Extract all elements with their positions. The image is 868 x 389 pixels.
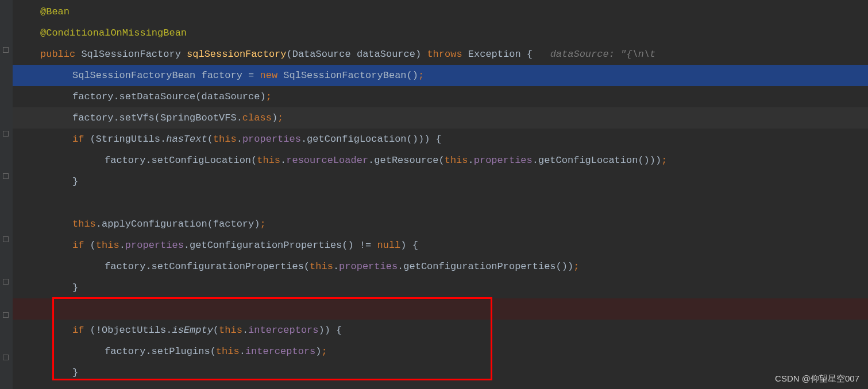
code-editor[interactable]: @Bean @ConditionalOnMissingBean public S…: [0, 0, 868, 389]
code-line[interactable]: if (!ObjectUtils.isEmpty(this.intercepto…: [13, 320, 868, 341]
field: interceptors: [245, 346, 315, 357]
keyword: if: [72, 240, 84, 251]
code-line[interactable]: @Bean: [13, 1, 868, 22]
keyword: this: [219, 325, 242, 336]
fold-icon[interactable]: [3, 47, 9, 53]
param: dataSource: [357, 49, 415, 60]
keyword: new: [260, 70, 277, 81]
keyword: class: [242, 112, 272, 123]
field: properties: [474, 155, 533, 166]
code-line[interactable]: @ConditionalOnMissingBean: [13, 22, 868, 44]
code-line[interactable]: factory.setVfs(SpringBootVFS.class);: [13, 107, 868, 129]
editor-gutter[interactable]: [0, 0, 13, 389]
method-name: sqlSessionFactory: [187, 49, 286, 60]
code-line-selected[interactable]: SqlSessionFactoryBean factory = new SqlS…: [13, 65, 868, 86]
annotation: @ConditionalOnMissingBean: [40, 28, 187, 38]
keyword: this: [96, 240, 119, 251]
type: SqlSessionFactory: [81, 49, 180, 60]
keyword: null: [377, 240, 401, 251]
keyword: if: [72, 134, 84, 145]
static-method: isEmpty: [172, 325, 213, 336]
param-hint: dataSource: "{\n\t: [533, 49, 655, 60]
code-line[interactable]: factory.setConfigLocation(this.resourceL…: [13, 150, 868, 171]
code-line[interactable]: }: [13, 277, 868, 298]
keyword: this: [445, 155, 468, 166]
keyword: throws: [427, 49, 462, 60]
fold-icon[interactable]: [3, 355, 9, 360]
code-line[interactable]: this.applyConfiguration(factory);: [13, 213, 868, 235]
code-line[interactable]: if (StringUtils.hasText(this.properties.…: [13, 129, 868, 150]
field: properties: [242, 134, 301, 145]
fold-icon[interactable]: [3, 173, 9, 179]
fold-icon[interactable]: [3, 312, 9, 318]
code-line[interactable]: factory.setPlugins(this.interceptors);: [13, 341, 868, 362]
static-method: hasText: [166, 134, 207, 145]
keyword: public: [40, 49, 75, 60]
field: resourceLoader: [286, 155, 368, 166]
code-line[interactable]: if (this.properties.getConfigurationProp…: [13, 235, 868, 256]
keyword: if: [72, 325, 84, 336]
code-line[interactable]: factory.setConfigurationProperties(this.…: [13, 256, 868, 277]
code-line[interactable]: public SqlSessionFactory sqlSessionFacto…: [13, 44, 868, 65]
field: properties: [339, 261, 398, 272]
code-line[interactable]: factory.setDataSource(dataSource);: [13, 86, 868, 107]
code-line-empty[interactable]: [13, 192, 868, 213]
code-area[interactable]: @Bean @ConditionalOnMissingBean public S…: [13, 0, 868, 389]
field: properties: [125, 240, 184, 251]
keyword: this: [310, 261, 333, 272]
fold-icon[interactable]: [3, 236, 9, 242]
keyword: this: [257, 155, 280, 166]
fold-icon[interactable]: [3, 131, 9, 137]
field: interceptors: [248, 325, 318, 336]
keyword: this: [216, 346, 240, 357]
fold-icon[interactable]: [3, 279, 9, 285]
keyword: this: [213, 134, 237, 145]
code-line[interactable]: }: [13, 171, 868, 192]
code-line-empty[interactable]: [13, 298, 868, 320]
type: DataSource: [292, 49, 351, 60]
annotation: @Bean: [40, 6, 70, 17]
watermark: CSDN @仰望星空007: [775, 374, 859, 384]
keyword: this: [72, 219, 96, 229]
type: SqlSessionFactoryBean: [72, 70, 195, 81]
code-line[interactable]: }: [13, 362, 868, 383]
